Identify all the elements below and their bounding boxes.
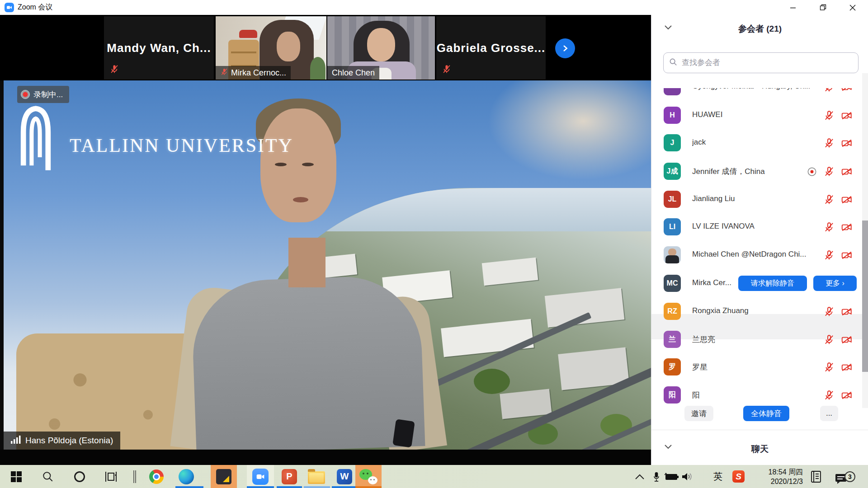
sogou-input-icon[interactable]: S: [732, 465, 745, 488]
participant-row-yang[interactable]: 阳 阳: [651, 386, 862, 404]
start-button[interactable]: [4, 465, 29, 488]
tile-label: Chloe Chen: [327, 66, 379, 80]
participants-title: 参会者 (21): [651, 23, 868, 35]
ask-to-unmute-button[interactable]: 请求解除静音: [738, 276, 807, 291]
mic-off-icon[interactable]: [823, 88, 835, 95]
wechat-icon[interactable]: [355, 465, 382, 488]
participant-row-lv-ilze[interactable]: LI LV ILZE IVANOVA: [651, 218, 862, 236]
avatar-photo: [664, 246, 681, 263]
participants-panel: 参会者 (21) Gyongyver Molnar - Hungary, Uni…: [651, 15, 868, 465]
volume-tray-icon[interactable]: [681, 465, 694, 488]
restore-button[interactable]: [810, 0, 835, 15]
close-icon[interactable]: [840, 0, 865, 15]
mic-off-icon[interactable]: [823, 306, 835, 319]
tile-label: Mirka Cernoc...: [216, 66, 291, 80]
search-icon[interactable]: [35, 465, 61, 488]
notification-badge: 3: [844, 471, 855, 482]
file-explorer-icon[interactable]: [304, 465, 329, 488]
tile-name: Chloe Chen: [332, 68, 375, 78]
search-input[interactable]: [681, 58, 853, 68]
explorer-running-indicator: [304, 486, 330, 488]
cortana-icon[interactable]: [67, 465, 92, 488]
camera-off-icon[interactable]: [840, 334, 853, 347]
camera-off-icon[interactable]: [840, 88, 853, 95]
camera-off-icon[interactable]: [840, 361, 853, 375]
participant-row-jack[interactable]: J jack: [651, 134, 862, 152]
journal-tray-icon[interactable]: [810, 465, 822, 488]
mic-off-icon[interactable]: [823, 361, 835, 375]
camera-off-icon[interactable]: [840, 166, 853, 179]
participant-name: Gyongyver Molnar - Hungary, Uni...: [692, 88, 810, 91]
video-tile-chloe[interactable]: Chloe Chen: [327, 16, 435, 80]
powerpoint-icon[interactable]: P: [277, 465, 302, 488]
wechat-running-indicator: [355, 486, 382, 488]
search-box: [663, 52, 859, 73]
participant-row-luoxing[interactable]: 罗 罗星: [651, 358, 862, 376]
video-tile-mandy[interactable]: Mandy Wan, Ch...: [104, 16, 214, 80]
scrollbar-thumb[interactable]: [862, 221, 868, 372]
mic-off-icon[interactable]: [823, 334, 835, 347]
mic-off-icon: [442, 64, 452, 76]
next-page-arrow-button[interactable]: [555, 38, 575, 58]
avatar: J: [664, 134, 681, 151]
mic-off-icon[interactable]: [823, 166, 835, 179]
camera-off-icon[interactable]: [840, 221, 853, 235]
speaker-name: Hans Põldoja (Estonia): [25, 436, 113, 446]
camera-off-icon[interactable]: [840, 137, 853, 151]
mic-off-icon: [109, 64, 119, 76]
speaker-name-bar: Hans Põldoja (Estonia): [4, 432, 120, 450]
mic-off-icon[interactable]: [823, 221, 835, 235]
participant-row-jianliang[interactable]: JL Jianliang Liu: [651, 191, 862, 209]
chrome-icon[interactable]: [144, 465, 169, 488]
invite-button[interactable]: 邀请: [684, 406, 713, 421]
video-filmstrip: Mandy Wan, Ch... Mirka Cernoc... C: [0, 15, 651, 80]
avatar: J成: [664, 163, 681, 180]
participant-row-rongxia[interactable]: RZ Rongxia Zhuang: [651, 303, 862, 321]
edge-icon[interactable]: [174, 465, 199, 488]
window-title: Zoom 会议: [18, 3, 52, 12]
participant-row-mirka[interactable]: MC Mirka Cer... 请求解除静音 更多 ›: [651, 275, 862, 293]
participant-list: Gyongyver Molnar - Hungary, Uni... H HUA…: [651, 73, 862, 408]
camera-off-icon[interactable]: [840, 194, 853, 207]
participant-name: Mirka Cer...: [692, 278, 731, 287]
participant-name: LV ILZE IVANOVA: [692, 222, 755, 231]
participant-row-huawei[interactable]: H HUAWEI: [651, 107, 862, 125]
tile-name: Mirka Cernoc...: [231, 68, 286, 78]
minimize-button[interactable]: [780, 0, 806, 15]
avatar: 阳: [664, 386, 681, 404]
action-center-icon[interactable]: 3: [835, 465, 862, 488]
participant-row-jennifer[interactable]: J成 Jennifer 成倩，China: [651, 163, 862, 181]
more-footer-button[interactable]: ...: [820, 406, 838, 421]
video-tile-gabriela[interactable]: Gabriela Grosse...: [436, 16, 546, 80]
mic-off-icon[interactable]: [823, 249, 835, 263]
microphone-tray-icon[interactable]: [652, 465, 661, 488]
mic-off-icon[interactable]: [823, 137, 835, 151]
mute-all-button[interactable]: 全体静音: [743, 406, 789, 421]
more-options-button[interactable]: 更多 ›: [813, 276, 857, 291]
chat-header: 聊天: [651, 436, 868, 465]
recording-dot-icon: [21, 90, 30, 99]
mic-off-icon[interactable]: [823, 389, 835, 403]
participant-row-gyongyver[interactable]: Gyongyver Molnar - Hungary, Uni...: [651, 88, 862, 96]
participant-name: HUAWEI: [692, 110, 722, 119]
zoom-taskbar-icon[interactable]: [247, 465, 274, 488]
show-hidden-icons-chevron-icon[interactable]: [635, 465, 645, 488]
battery-tray-icon[interactable]: [664, 465, 679, 488]
scrollbar-track[interactable]: [862, 73, 868, 408]
participant-row-michael[interactable]: Michael Chen @NetDragon Chi...: [651, 246, 862, 264]
camera-off-icon[interactable]: [840, 110, 853, 123]
ime-language-indicator[interactable]: 英: [713, 465, 722, 488]
task-view-icon[interactable]: [99, 465, 124, 488]
avatar: 罗: [664, 358, 681, 375]
camera-off-icon[interactable]: [840, 389, 853, 403]
mic-off-icon[interactable]: [823, 194, 835, 207]
flashing-app-icon[interactable]: [211, 465, 237, 488]
camera-off-icon[interactable]: [840, 306, 853, 319]
clock[interactable]: 18:54 周四 2020/12/3: [752, 465, 803, 488]
participant-row-lansiliang[interactable]: 兰 兰思亮: [651, 331, 862, 349]
word-icon[interactable]: W: [332, 465, 357, 488]
mic-off-icon[interactable]: [823, 110, 835, 123]
avatar: H: [664, 107, 681, 124]
camera-off-icon[interactable]: [840, 249, 853, 263]
video-tile-mirka[interactable]: Mirka Cernoc...: [216, 16, 326, 80]
